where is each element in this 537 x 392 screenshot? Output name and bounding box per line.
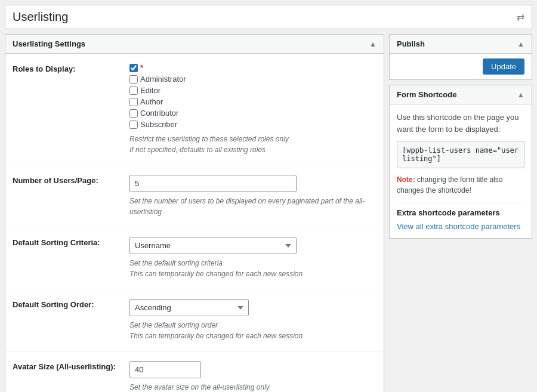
settings-body: Roles to Display: * Administrator xyxy=(5,54,384,392)
shortcode-note: Note: changing the form title also chang… xyxy=(397,174,524,196)
settings-panel-title: Userlisting Settings xyxy=(13,39,85,48)
sorting-order-row: Default Sorting Order: Ascending Descend… xyxy=(5,289,384,351)
role-label-editor: Editor xyxy=(140,86,161,95)
sorting-order-hint1: Set the default sorting order xyxy=(129,320,376,331)
role-asterisk: * xyxy=(140,63,143,72)
role-checkbox-author[interactable] xyxy=(129,98,138,106)
avatar-all-content: Set the avatar size on the all-userlisti… xyxy=(129,361,376,392)
users-per-page-label: Number of Users/Page: xyxy=(13,175,120,185)
role-checkbox-all[interactable] xyxy=(129,64,138,72)
sorting-criteria-select[interactable]: Username Email Display Name Registered xyxy=(129,237,297,254)
role-item-all: * xyxy=(129,63,376,72)
sorting-criteria-hint1: Set the default sorting criteria xyxy=(129,258,376,268)
page-title: Userlisting xyxy=(13,10,68,24)
note-label: Note: xyxy=(397,175,415,184)
shortcode-divider xyxy=(397,203,524,203)
settings-panel-arrow: ▲ xyxy=(369,40,376,48)
main-layout: Userlisting Settings ▲ Roles to Display:… xyxy=(5,34,532,392)
shortcode-panel-arrow: ▲ xyxy=(517,91,524,99)
sorting-criteria-label: Default Sorting Criteria: xyxy=(13,237,120,247)
sorting-criteria-hint2: This can temporarily be changed for each… xyxy=(129,268,376,279)
publish-card: Publish ▲ Update xyxy=(389,34,532,80)
role-label-author: Author xyxy=(140,97,163,106)
users-per-page-content: Set the number of users to be displayed … xyxy=(129,175,376,217)
shortcode-panel-header: Form Shortcode ▲ xyxy=(390,85,532,104)
roles-hint1: Restrict the userlisting to these select… xyxy=(129,134,376,144)
role-item-contributor: Contributor xyxy=(129,109,376,118)
role-checkbox-editor[interactable] xyxy=(129,87,138,95)
role-item-administrator: Administrator xyxy=(129,75,376,84)
shortcode-panel-title: Form Shortcode xyxy=(397,90,456,99)
roles-row: Roles to Display: * Administrator xyxy=(5,54,384,165)
title-bar-icon: ⇄ xyxy=(517,11,524,23)
page-wrapper: Userlisting ⇄ Userlisting Settings ▲ Rol… xyxy=(0,0,537,392)
sorting-criteria-row: Default Sorting Criteria: Username Email… xyxy=(5,227,384,289)
avatar-all-row: Avatar Size (All-userlisting): Set the a… xyxy=(5,351,384,392)
avatar-all-label: Avatar Size (All-userlisting): xyxy=(13,361,120,371)
sorting-order-select[interactable]: Ascending Descending xyxy=(129,299,249,316)
left-panel: Userlisting Settings ▲ Roles to Display:… xyxy=(5,34,384,392)
sorting-order-content: Ascending Descending Set the default sor… xyxy=(129,299,376,341)
settings-panel-header: Userlisting Settings ▲ xyxy=(5,35,384,54)
role-label-contributor: Contributor xyxy=(140,109,178,118)
sorting-order-label: Default Sorting Order: xyxy=(13,299,120,309)
shortcode-description: Use this shortcode on the page you want … xyxy=(397,112,524,135)
right-panel: Publish ▲ Update Form Shortcode ▲ Use th… xyxy=(389,34,532,239)
sorting-criteria-content: Username Email Display Name Registered S… xyxy=(129,237,376,279)
role-checkbox-subscriber[interactable] xyxy=(129,121,138,129)
publish-panel-arrow: ▲ xyxy=(517,40,524,48)
publish-panel-title: Publish xyxy=(397,39,425,48)
extra-params-title: Extra shortcode parameters xyxy=(397,208,524,217)
users-per-page-row: Number of Users/Page: Set the number of … xyxy=(5,165,384,227)
role-checkbox-contributor[interactable] xyxy=(129,109,138,118)
avatar-all-input[interactable] xyxy=(129,361,201,378)
role-item-subscriber: Subscriber xyxy=(129,120,376,129)
shortcode-body: Use this shortcode on the page you want … xyxy=(390,104,532,238)
roles-content: * Administrator Editor xyxy=(129,63,376,155)
shortcode-value: [wppb-list-users name="userlisting"] xyxy=(397,141,524,168)
role-item-author: Author xyxy=(129,97,376,106)
roles-label: Roles to Display: xyxy=(13,63,120,73)
publish-panel-header: Publish ▲ xyxy=(390,35,532,54)
extra-params-link[interactable]: View all extra shortcode parameters xyxy=(397,222,520,231)
update-button[interactable]: Update xyxy=(483,58,524,75)
roles-hint2: If not specified, defaults to all existi… xyxy=(129,144,376,155)
users-per-page-hint: Set the number of users to be displayed … xyxy=(129,196,376,217)
title-bar: Userlisting ⇄ xyxy=(5,5,532,29)
publish-body: Update xyxy=(390,54,532,79)
avatar-all-hint: Set the avatar size on the all-userlisti… xyxy=(129,382,376,392)
role-label-administrator: Administrator xyxy=(140,75,186,84)
role-item-editor: Editor xyxy=(129,86,376,95)
sorting-order-hint2: This can temporarily be changed for each… xyxy=(129,331,376,341)
users-per-page-input[interactable] xyxy=(129,175,297,192)
shortcode-card: Form Shortcode ▲ Use this shortcode on t… xyxy=(389,85,532,239)
roles-list: * Administrator Editor xyxy=(129,63,376,129)
role-checkbox-administrator[interactable] xyxy=(129,75,138,84)
role-label-subscriber: Subscriber xyxy=(140,120,177,129)
